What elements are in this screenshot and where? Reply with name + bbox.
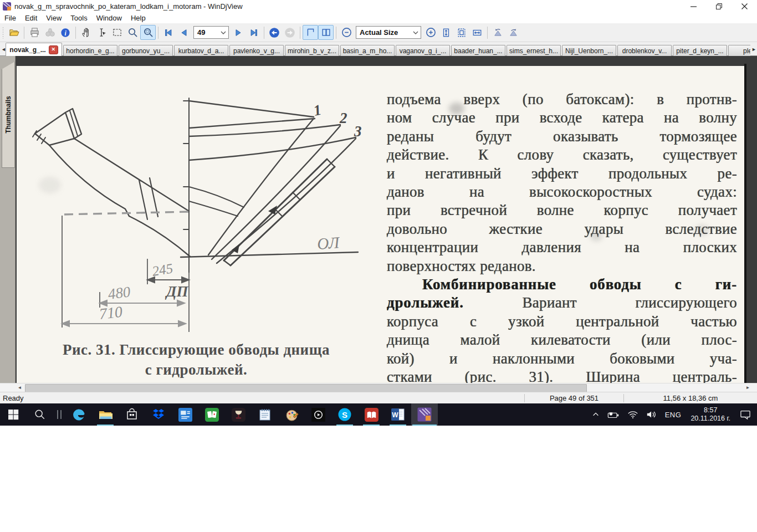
scroll-left-arrow[interactable]: ◄ (15, 383, 24, 392)
document-tab-13[interactable]: piter_d_keyn_... (673, 45, 727, 56)
document-tab-2[interactable]: horhordin_e_g... (63, 45, 117, 56)
rotate-right-button[interactable] (505, 25, 521, 40)
document-tab-12[interactable]: droblenkov_v... (617, 45, 672, 56)
windjview-taskbar-button[interactable] (411, 403, 438, 426)
game-taskbar-button[interactable] (225, 403, 252, 426)
previous-page-button[interactable] (176, 25, 192, 40)
chevron-down-icon (413, 31, 418, 34)
fit-page-button[interactable] (454, 25, 469, 40)
magnify-tool-button[interactable] (125, 25, 140, 40)
zoom-out-icon (341, 27, 352, 38)
horizontal-scrollbar[interactable]: ◄ ► (0, 383, 757, 392)
fit-width-button[interactable] (469, 25, 485, 40)
page-edge-shadow (744, 64, 746, 383)
rotate-left-button[interactable] (490, 25, 505, 40)
menu-file[interactable]: File (0, 14, 21, 22)
settings-app-taskbar-button[interactable] (172, 403, 198, 426)
fit-height-button[interactable] (438, 25, 454, 40)
menu-window[interactable]: Window (92, 14, 126, 22)
dim-245-label: 245 (151, 260, 174, 279)
menu-tools[interactable]: Tools (66, 14, 91, 22)
tab-label: horhordin_e_g... (66, 47, 114, 55)
document-tab-7[interactable]: basin_a_m_ho... (340, 45, 395, 56)
menu-help[interactable]: Help (126, 14, 150, 22)
facing-pages-layout-icon (321, 28, 331, 37)
select-text-tool-button[interactable] (94, 25, 109, 40)
menu-view[interactable]: View (42, 14, 66, 22)
dropbox-taskbar-button[interactable] (145, 403, 172, 426)
document-tab-1[interactable]: novak_g_...✕ (6, 43, 62, 56)
close-icon (741, 3, 748, 9)
document-tab-14[interactable]: plessi_d (728, 45, 750, 56)
scan-text-line: днища малой килеватости (или плос- (387, 331, 737, 349)
notepad-taskbar-button[interactable] (252, 403, 278, 426)
tray-time: 8:57 (690, 406, 730, 415)
zoom-out-button[interactable] (339, 25, 354, 40)
document-tab-10[interactable]: sims_ernest_h... (507, 45, 561, 56)
edge-taskbar-button[interactable] (65, 403, 92, 426)
zoom-rect-tool-button[interactable] (140, 25, 156, 40)
task-view-taskbar-button[interactable] (53, 403, 65, 426)
close-tab-button[interactable]: ✕ (49, 45, 58, 54)
zoom-in-button[interactable] (423, 25, 438, 40)
select-rect-tool-button[interactable] (109, 25, 125, 40)
wifi-icon[interactable] (625, 403, 641, 426)
word-taskbar-button[interactable]: W (385, 403, 411, 426)
zoom-level-value: Actual Size (360, 28, 410, 37)
volume-icon[interactable] (643, 403, 660, 426)
document-tab-5[interactable]: pavlenko_v_g... (229, 45, 284, 56)
solitaire-taskbar-button[interactable] (198, 403, 225, 426)
action-center-icon[interactable] (737, 403, 754, 426)
battery-icon[interactable] (605, 403, 622, 426)
maximize-restore-button[interactable] (706, 0, 732, 12)
document-tab-11[interactable]: Nijl_Uenborn_... (562, 45, 616, 56)
document-tab-3[interactable]: gorbunov_yu_... (119, 45, 173, 56)
next-page-button[interactable] (231, 25, 246, 40)
tab-label: vaganov_g_i_... (400, 47, 447, 55)
language-indicator[interactable]: ENG (662, 403, 684, 426)
document-tab-9[interactable]: baader_huan_... (451, 45, 505, 56)
media-viewer-taskbar-button[interactable] (305, 403, 331, 426)
scrollbar-thumb[interactable] (25, 384, 587, 392)
start-taskbar-button[interactable] (0, 403, 27, 426)
scan-text-line: действие. К слову сказать, существует (387, 146, 737, 164)
minimize-button[interactable] (681, 0, 706, 12)
page-number-combo[interactable]: 49 (193, 26, 229, 39)
search-button[interactable] (42, 25, 58, 40)
tab-scroll-right-button[interactable]: ► (750, 46, 756, 53)
toolbar-gripper (2, 27, 4, 39)
dim-710-label: 710 (98, 303, 123, 323)
clock[interactable]: 8:57 20.11.2016 г. (686, 403, 735, 426)
skype-taskbar-button[interactable]: S (331, 403, 358, 426)
store-taskbar-button[interactable] (119, 403, 145, 426)
single-page-layout-button[interactable] (303, 25, 318, 40)
fbreader-taskbar-button[interactable] (358, 403, 385, 426)
first-page-button[interactable] (161, 25, 176, 40)
facing-pages-layout-button[interactable] (318, 25, 334, 40)
menu-bar: FileEditViewToolsWindowHelp (0, 12, 757, 23)
document-tab-6[interactable]: mirohin_b_v_z... (285, 45, 339, 56)
thumbnails-panel-tab[interactable]: Thumbnails (2, 62, 15, 168)
last-page-button[interactable] (246, 25, 262, 40)
forward-button[interactable] (282, 25, 298, 40)
back-button[interactable] (267, 25, 282, 40)
document-tab-4[interactable]: kurbatov_d_a... (174, 45, 228, 56)
svg-text:W: W (392, 411, 398, 419)
zoom-level-combo[interactable]: Actual Size (356, 26, 421, 39)
task-view-icon (55, 409, 63, 420)
tray-chevron-icon[interactable] (589, 403, 602, 426)
scan-text-line: при встречной волне корпус получает (387, 201, 737, 219)
menu-edit[interactable]: Edit (21, 14, 42, 22)
document-tab-8[interactable]: vaganov_g_i_... (396, 45, 450, 56)
close-button[interactable] (732, 0, 757, 12)
print-button[interactable] (27, 25, 42, 40)
pan-tool-button[interactable] (78, 25, 94, 40)
open-file-button[interactable] (6, 25, 22, 40)
about-info-button[interactable]: i (58, 25, 73, 40)
taskbar-apps: SW (0, 403, 438, 426)
curve-label-3: 3 (354, 123, 362, 140)
paint-taskbar-button[interactable] (278, 403, 305, 426)
scroll-right-arrow[interactable]: ► (743, 383, 753, 392)
search-taskbar-button[interactable] (27, 403, 53, 426)
file-explorer-taskbar-button[interactable] (92, 403, 119, 426)
